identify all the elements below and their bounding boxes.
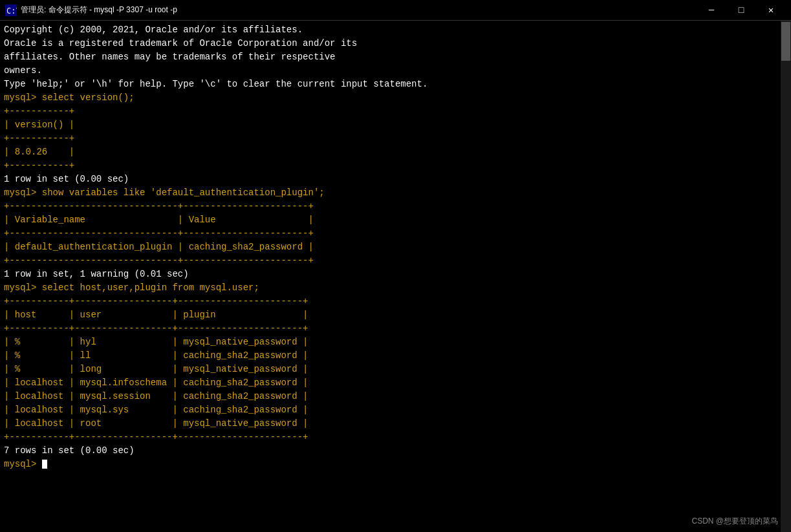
watermark: CSDN @想要登顶的菜鸟 xyxy=(691,516,778,527)
terminal-line: | localhost | root | mysql_native_passwo… xyxy=(4,417,787,431)
minimize-button[interactable]: ─ xyxy=(697,0,726,21)
terminal-line: | localhost | mysql.session | caching_sh… xyxy=(4,390,787,403)
cmd-icon: C:\ xyxy=(5,5,17,16)
terminal-line: | % | hyl | mysql_native_password | xyxy=(4,335,787,349)
terminal-line: +-----------+------------------+--------… xyxy=(4,295,787,308)
titlebar: C:\ 管理员: 命令提示符 - mysql -P 3307 -u root -… xyxy=(0,0,791,21)
terminal-line: affiliates. Other names may be trademark… xyxy=(4,50,787,64)
terminal-line: mysql> show variables like 'default_auth… xyxy=(4,186,787,200)
terminal-line: mysql> select version(); xyxy=(4,91,787,105)
terminal-line: Copyright (c) 2000, 2021, Oracle and/or … xyxy=(4,23,787,37)
terminal-cursor xyxy=(42,460,47,469)
terminal-line: Oracle is a registered trademark of Orac… xyxy=(4,37,787,50)
terminal-line: +-------------------------------+-------… xyxy=(4,200,787,213)
window-title: 管理员: 命令提示符 - mysql -P 3307 -u root -p xyxy=(21,5,697,16)
terminal-line: +-----------+------------------+--------… xyxy=(4,431,787,444)
scrollbar-thumb[interactable] xyxy=(781,22,790,61)
terminal-line: Type 'help;' or '\h' for help. Type '\c'… xyxy=(4,78,787,91)
terminal-line: mysql> select host,user,plugin from mysq… xyxy=(4,281,787,295)
terminal-line: +-----------+ xyxy=(4,159,787,173)
terminal-line: 1 row in set (0.00 sec) xyxy=(4,173,787,186)
terminal-line: mysql> xyxy=(4,458,787,471)
terminal-line: | version() | xyxy=(4,118,787,132)
terminal-line: 7 rows in set (0.00 sec) xyxy=(4,444,787,458)
terminal-line: | % | long | mysql_native_password | xyxy=(4,363,787,376)
scrollbar[interactable] xyxy=(781,21,791,532)
terminal-line: +-----------+------------------+--------… xyxy=(4,322,787,335)
terminal-line: | % | ll | caching_sha2_password | xyxy=(4,349,787,363)
terminal-line: | localhost | mysql.infoschema | caching… xyxy=(4,376,787,390)
close-button[interactable]: ✕ xyxy=(756,0,786,21)
terminal-output: Copyright (c) 2000, 2021, Oracle and/or … xyxy=(4,23,787,471)
window-controls: ─ □ ✕ xyxy=(697,0,786,21)
terminal-content[interactable]: Copyright (c) 2000, 2021, Oracle and/or … xyxy=(0,21,791,532)
terminal-line: | 8.0.26 | xyxy=(4,145,787,159)
terminal-line: | localhost | mysql.sys | caching_sha2_p… xyxy=(4,403,787,417)
terminal-line: | Variable_name | Value | xyxy=(4,213,787,227)
terminal-line: 1 row in set, 1 warning (0.01 sec) xyxy=(4,268,787,281)
maximize-button[interactable]: □ xyxy=(726,0,756,21)
terminal-line: +-----------+ xyxy=(4,105,787,118)
terminal-line: | host | user | plugin | xyxy=(4,308,787,322)
terminal-line: +-------------------------------+-------… xyxy=(4,227,787,240)
terminal-line: +-----------+ xyxy=(4,132,787,145)
terminal-line: +-------------------------------+-------… xyxy=(4,254,787,268)
terminal-line: owners. xyxy=(4,64,787,78)
svg-text:C:\: C:\ xyxy=(6,6,17,16)
terminal-line: | default_authentication_plugin | cachin… xyxy=(4,240,787,254)
